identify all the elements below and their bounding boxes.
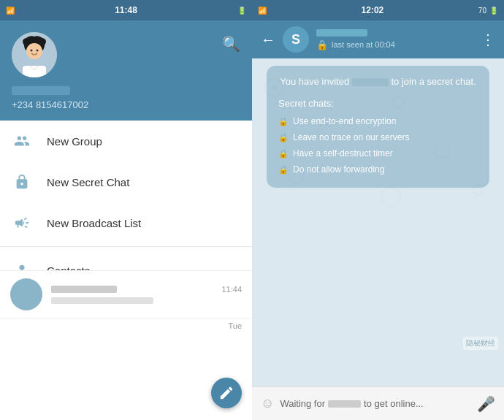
- time-left: 11:48: [115, 5, 137, 15]
- watermark-text: 隐秘财经: [463, 337, 498, 350]
- svg-point-4: [37, 50, 39, 52]
- menu-item-contacts[interactable]: Contacts: [0, 250, 252, 270]
- feature-lock-4: 🔒: [278, 164, 289, 176]
- chat-header-info: 🔒 last seen at 00:04: [316, 29, 473, 50]
- feature-item-4: 🔒 Do not allow forwarding: [278, 163, 478, 176]
- emoji-icon[interactable]: ☺: [261, 396, 274, 411]
- chat-list-item[interactable]: 11:44: [0, 271, 252, 318]
- battery-percent-right: 70: [478, 7, 486, 15]
- svg-point-13: [381, 188, 400, 207]
- feature-item-1: 🔒 Use end-to-end encryption: [278, 115, 478, 128]
- menu-label-new-secret-chat: New Secret Chat: [47, 176, 129, 188]
- profile-phone: +234 8154617002: [12, 99, 240, 110]
- invite-prefix: You have invited: [280, 76, 349, 87]
- profile-header: 🔍 +234 8154617002: [0, 20, 252, 121]
- menu-item-broadcast[interactable]: New Broadcast List: [0, 202, 252, 243]
- waiting-username: [328, 400, 361, 408]
- chat-info: 11:44: [51, 285, 242, 304]
- right-panel: 📶 12:02 70 🔋 ← S 🔒 last seen at 00:04 ⋮: [252, 0, 504, 420]
- signal-icon-left: 📶: [6, 7, 15, 15]
- lock-icon: [12, 172, 32, 192]
- mic-icon[interactable]: 🎤: [477, 395, 495, 413]
- chat-avatar: [10, 278, 42, 310]
- menu-item-new-secret-chat[interactable]: New Secret Chat: [0, 161, 252, 202]
- chat-msg: [51, 297, 153, 304]
- left-panel: 📶 11:48 🔋: [0, 0, 252, 420]
- chat-header-name-blur: [316, 29, 367, 37]
- signal-icon-right: 📶: [258, 7, 267, 15]
- chat-input-bar: ☺ Waiting for to get online... 🎤: [252, 386, 504, 420]
- feature-label-4: Do not allow forwarding: [293, 163, 384, 176]
- avatar: [12, 32, 57, 77]
- chat-preview: 11:44 Tue: [0, 270, 252, 421]
- svg-rect-5: [23, 66, 46, 77]
- search-icon[interactable]: 🔍: [222, 35, 240, 53]
- feature-item-2: 🔒 Leave no trace on our servers: [278, 131, 478, 144]
- feature-label-2: Leave no trace on our servers: [293, 131, 409, 144]
- invite-suffix: to join a secret chat.: [391, 76, 476, 87]
- battery-icon-right: 🔋: [489, 7, 498, 15]
- menu-label-broadcast: New Broadcast List: [47, 217, 141, 229]
- section-title: Secret chats:: [278, 96, 478, 111]
- compose-fab[interactable]: [211, 378, 242, 408]
- time-right: 12:02: [362, 5, 384, 15]
- back-button[interactable]: ←: [261, 31, 275, 48]
- person-icon: [12, 260, 32, 270]
- feature-label-3: Have a self-destruct timer: [293, 147, 393, 160]
- group-icon: [12, 131, 32, 151]
- feature-lock-1: 🔒: [278, 115, 289, 128]
- invite-text: You have invited to join a secret chat.: [278, 75, 478, 89]
- broadcast-icon: [12, 213, 32, 233]
- feature-lock-2: 🔒: [278, 131, 289, 144]
- svg-point-3: [31, 50, 33, 52]
- system-bubble: You have invited to join a secret chat. …: [267, 66, 489, 188]
- waiting-suffix: to get online...: [364, 398, 424, 409]
- menu-item-new-group[interactable]: New Group: [0, 121, 252, 161]
- waiting-prefix: Waiting for: [280, 398, 325, 409]
- day-label: Tue: [0, 318, 252, 333]
- menu-list: New Group New Secret Chat New Broadcast …: [0, 121, 252, 270]
- blurred-username: [352, 78, 389, 86]
- battery-icon-left: 🔋: [237, 7, 246, 15]
- chat-header-avatar: S: [283, 26, 309, 53]
- lock-header-icon: 🔒: [316, 39, 328, 50]
- svg-point-2: [26, 43, 42, 59]
- status-bar-left: 📶 11:48 🔋: [0, 0, 252, 20]
- chat-time: 11:44: [221, 285, 242, 294]
- chat-header: ← S 🔒 last seen at 00:04 ⋮: [252, 20, 504, 58]
- chat-body: You have invited to join a secret chat. …: [252, 58, 504, 386]
- chat-header-status: last seen at 00:04: [332, 40, 395, 49]
- feature-item-3: 🔒 Have a self-destruct timer: [278, 147, 478, 160]
- chat-name: [51, 286, 117, 293]
- chat-input-text: Waiting for to get online...: [280, 398, 471, 409]
- menu-label-contacts: Contacts: [47, 264, 90, 270]
- feature-lock-3: 🔒: [278, 148, 289, 160]
- feature-label-1: Use end-to-end encryption: [293, 115, 396, 128]
- status-bar-right: 📶 12:02 70 🔋: [252, 0, 504, 20]
- menu-label-new-group: New Group: [47, 135, 102, 148]
- more-options-button[interactable]: ⋮: [481, 31, 495, 48]
- profile-name: [12, 86, 70, 95]
- menu-divider-1: [0, 246, 252, 247]
